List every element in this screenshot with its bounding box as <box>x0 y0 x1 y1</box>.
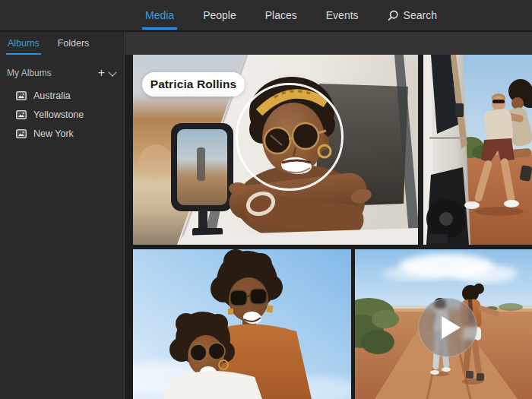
photo-thumbnail-1[interactable]: Patricia Rollins <box>133 55 418 245</box>
photo-thumbnail-3[interactable] <box>133 249 351 399</box>
tab-media[interactable]: Media <box>145 0 174 30</box>
content-toolbar <box>125 32 532 55</box>
chevron-down-icon <box>108 68 116 76</box>
album-icon <box>16 129 27 138</box>
video-thumbnail[interactable] <box>355 249 532 399</box>
tab-people[interactable]: People <box>203 0 236 30</box>
search-icon <box>388 10 399 21</box>
add-album-button[interactable]: + <box>95 68 108 78</box>
face-tag[interactable]: Patricia Rollins <box>142 72 245 97</box>
photo-3-image <box>133 249 351 399</box>
album-label: Yellowstone <box>33 109 84 120</box>
sidebar-item-australia[interactable]: Australia <box>0 86 124 105</box>
sidebar-tabs: Albums Folders <box>0 32 124 55</box>
app-window: Media People Places Events Search Albums… <box>0 0 532 399</box>
tab-albums[interactable]: Albums <box>8 32 40 55</box>
photo-2-image <box>423 55 532 245</box>
album-label: Australia <box>33 90 71 101</box>
tab-search[interactable]: Search <box>388 0 437 30</box>
sidebar-item-new-york[interactable]: New York <box>0 124 124 143</box>
face-circle[interactable] <box>236 83 344 191</box>
albums-sidebar: Albums Folders My Albums + Australia <box>0 32 125 399</box>
search-label: Search <box>404 9 437 21</box>
sidebar-item-yellowstone[interactable]: Yellowstone <box>0 105 124 124</box>
tab-events[interactable]: Events <box>326 0 359 30</box>
album-label: New York <box>33 128 74 139</box>
album-list: Australia Yellowstone New York <box>0 86 124 143</box>
photo-thumbnail-2[interactable] <box>423 55 532 245</box>
my-albums-header: My Albums + <box>0 66 124 80</box>
top-nav: Media People Places Events Search <box>0 0 532 32</box>
album-icon <box>16 91 27 100</box>
album-icon <box>16 110 27 119</box>
tab-places[interactable]: Places <box>265 0 297 30</box>
collapse-albums-button[interactable] <box>108 70 117 77</box>
play-icon <box>442 316 461 339</box>
tab-folders[interactable]: Folders <box>58 32 90 55</box>
my-albums-title: My Albums <box>7 68 95 78</box>
play-button[interactable] <box>418 298 477 357</box>
